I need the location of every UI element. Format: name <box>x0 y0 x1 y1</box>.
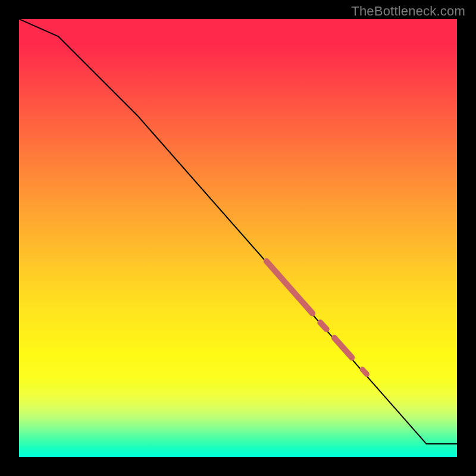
highlight-group <box>267 261 367 374</box>
chart-stage: TheBottleneck.com <box>0 0 476 476</box>
chart-svg <box>19 19 457 457</box>
highlight-segment-1 <box>320 322 326 329</box>
highlight-segment-0 <box>267 261 312 314</box>
data-line <box>19 19 457 444</box>
plot-area <box>19 19 457 457</box>
watermark-text: TheBottleneck.com <box>351 4 465 19</box>
highlight-segment-3 <box>362 369 367 374</box>
highlight-segment-2 <box>334 338 352 358</box>
